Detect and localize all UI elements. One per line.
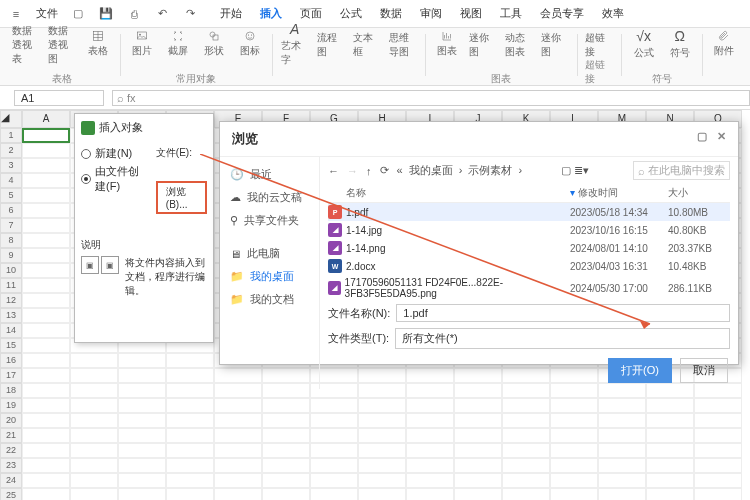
cell[interactable]	[598, 473, 646, 488]
cell[interactable]	[502, 473, 550, 488]
cell[interactable]	[214, 473, 262, 488]
file-row[interactable]: ◢17170596051131 FD24F0E...822E-3FB3F5E5D…	[328, 275, 730, 301]
mindmap-button[interactable]: 思维导图	[389, 30, 417, 58]
sidebar-mydocs[interactable]: 📁我的文档	[220, 288, 319, 311]
cell[interactable]	[502, 398, 550, 413]
cell[interactable]	[22, 218, 70, 233]
new-icon[interactable]: ▢	[70, 6, 86, 22]
pivot-table-button[interactable]: 数据透视表	[12, 30, 40, 58]
radio-new[interactable]: 新建(N)	[81, 146, 150, 161]
cell[interactable]	[598, 458, 646, 473]
cell[interactable]	[70, 488, 118, 500]
sparkline-button[interactable]: 迷你图	[469, 30, 497, 58]
cell[interactable]	[262, 488, 310, 500]
cell[interactable]	[502, 488, 550, 500]
file-row[interactable]: ◢1-14.jpg2023/10/16 16:1540.80KB	[328, 221, 730, 239]
open-button[interactable]: 打开(O)	[608, 358, 672, 383]
row-header[interactable]: 22	[0, 443, 22, 458]
row-header[interactable]: 25	[0, 488, 22, 500]
cell[interactable]	[310, 443, 358, 458]
sidebar-mycloud[interactable]: ☁我的云文稿	[220, 186, 319, 209]
cell[interactable]	[454, 443, 502, 458]
cell[interactable]	[214, 443, 262, 458]
table-button[interactable]: 表格	[84, 30, 112, 58]
maximize-icon[interactable]: ▢	[697, 130, 707, 148]
cell[interactable]	[118, 413, 166, 428]
row-header[interactable]: 15	[0, 338, 22, 353]
row-header[interactable]: 12	[0, 293, 22, 308]
cell[interactable]	[166, 473, 214, 488]
tab-data[interactable]: 数据	[380, 6, 402, 21]
cell[interactable]	[166, 368, 214, 383]
tab-vip[interactable]: 会员专享	[540, 6, 584, 21]
cell[interactable]	[454, 413, 502, 428]
radio-from-file[interactable]: 由文件创建(F)	[81, 164, 150, 194]
cell[interactable]	[646, 443, 694, 458]
row-header[interactable]: 7	[0, 218, 22, 233]
row-header[interactable]: 20	[0, 413, 22, 428]
cancel-button[interactable]: 取消	[680, 358, 728, 383]
cell[interactable]	[694, 473, 742, 488]
nav-up-icon[interactable]: ↑	[366, 165, 372, 177]
cell[interactable]	[166, 428, 214, 443]
cell[interactable]	[22, 353, 70, 368]
cell[interactable]	[118, 473, 166, 488]
cell[interactable]	[262, 458, 310, 473]
cell[interactable]	[22, 428, 70, 443]
cell[interactable]	[550, 443, 598, 458]
select-all-corner[interactable]: ◢	[0, 110, 22, 128]
cell[interactable]	[70, 368, 118, 383]
cell[interactable]	[598, 428, 646, 443]
save-icon[interactable]: 💾	[98, 6, 114, 22]
cell[interactable]	[214, 398, 262, 413]
cell[interactable]	[22, 233, 70, 248]
cell[interactable]	[118, 353, 166, 368]
cell[interactable]	[598, 398, 646, 413]
cell[interactable]	[22, 338, 70, 353]
cell[interactable]	[70, 383, 118, 398]
name-box[interactable]: A1	[14, 90, 104, 106]
row-header[interactable]: 9	[0, 248, 22, 263]
close-icon[interactable]: ✕	[717, 130, 726, 148]
dynamic-chart-button[interactable]: 动态图表	[505, 30, 533, 58]
row-header[interactable]: 17	[0, 368, 22, 383]
cell[interactable]	[358, 398, 406, 413]
tab-page[interactable]: 页面	[300, 6, 322, 21]
cell[interactable]	[406, 413, 454, 428]
cell[interactable]	[550, 413, 598, 428]
row-header[interactable]: 8	[0, 233, 22, 248]
cell[interactable]	[214, 458, 262, 473]
cell[interactable]	[358, 473, 406, 488]
cell[interactable]	[694, 398, 742, 413]
tab-view[interactable]: 视图	[460, 6, 482, 21]
cell[interactable]	[358, 413, 406, 428]
cell[interactable]	[22, 413, 70, 428]
cell[interactable]	[550, 458, 598, 473]
print-icon[interactable]: ⎙	[126, 6, 142, 22]
file-menu[interactable]: 文件	[36, 6, 58, 21]
row-header[interactable]: 11	[0, 278, 22, 293]
cell[interactable]	[502, 443, 550, 458]
cell[interactable]	[598, 488, 646, 500]
cell[interactable]	[358, 443, 406, 458]
cell[interactable]	[118, 398, 166, 413]
chart-button[interactable]: 图表	[433, 30, 461, 58]
cell[interactable]	[70, 353, 118, 368]
shape-button[interactable]: 形状	[200, 30, 228, 58]
menu-icon[interactable]: ≡	[8, 6, 24, 22]
cell[interactable]	[166, 383, 214, 398]
row-header[interactable]: 6	[0, 203, 22, 218]
cell[interactable]	[166, 458, 214, 473]
cell[interactable]	[22, 398, 70, 413]
cell[interactable]	[118, 443, 166, 458]
mini-chart-button[interactable]: 迷你图	[541, 30, 569, 58]
row-header[interactable]: 4	[0, 173, 22, 188]
cell[interactable]	[694, 458, 742, 473]
cell[interactable]	[22, 488, 70, 500]
cell[interactable]	[22, 443, 70, 458]
row-header[interactable]: 13	[0, 308, 22, 323]
tab-start[interactable]: 开始	[220, 6, 242, 21]
cell[interactable]	[22, 323, 70, 338]
cell[interactable]	[406, 428, 454, 443]
cell[interactable]	[406, 473, 454, 488]
